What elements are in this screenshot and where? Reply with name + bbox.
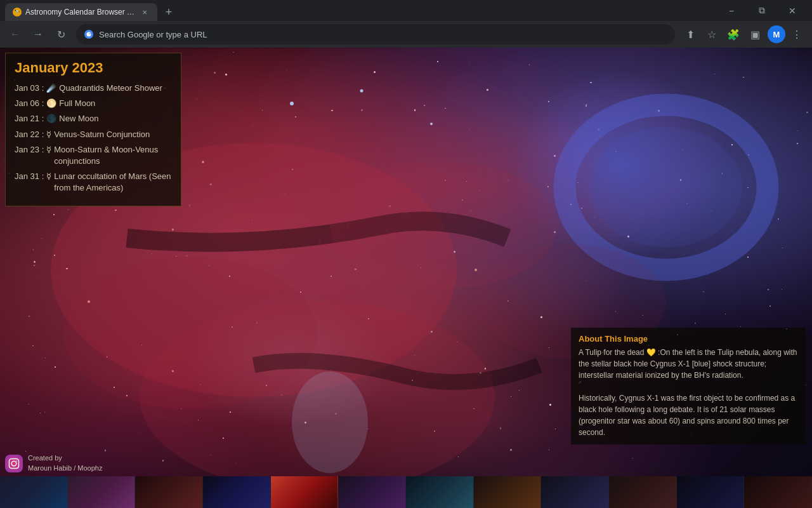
nebula-blue bbox=[509, 70, 731, 261]
close-button[interactable]: ✕ bbox=[778, 0, 807, 21]
maximize-button[interactable]: ⧉ bbox=[747, 0, 776, 21]
calendar-event-item: Jan 06 : 🌕 Full Moon bbox=[15, 98, 172, 109]
star bbox=[44, 411, 45, 412]
browser-toolbar: ← → ↻ Search Google or type a URL ⬆ ☆ 🧩 … bbox=[0, 21, 812, 48]
event-date: Jan 31 : bbox=[15, 171, 44, 182]
thumbnail-item[interactable] bbox=[541, 476, 609, 508]
thumbnail-item[interactable] bbox=[744, 476, 812, 508]
star bbox=[29, 404, 29, 404]
tab-close-button[interactable]: ✕ bbox=[140, 7, 150, 17]
bookmark-button[interactable]: ☆ bbox=[702, 24, 722, 44]
star bbox=[141, 345, 142, 345]
address-text: Search Google or type a URL bbox=[99, 30, 667, 39]
calendar-panel: January 2023 Jan 03 : ☄️ Quadrantids Met… bbox=[5, 53, 181, 206]
toolbar-icons: ⬆ ☆ 🧩 ▣ M ⋮ bbox=[680, 24, 807, 44]
star bbox=[32, 345, 34, 347]
window-controls: − ⧉ ✕ bbox=[717, 0, 807, 21]
event-date: Jan 23 : bbox=[15, 144, 44, 156]
star bbox=[519, 390, 520, 391]
star bbox=[114, 387, 115, 388]
thumbnail-item[interactable] bbox=[609, 476, 677, 508]
thumbnail-strip bbox=[0, 476, 812, 508]
thumbnail-item[interactable] bbox=[271, 476, 339, 508]
star bbox=[367, 429, 368, 429]
star bbox=[806, 385, 806, 385]
star bbox=[458, 457, 459, 457]
sidebar-button[interactable]: ▣ bbox=[745, 24, 765, 44]
calendar-events-list: Jan 03 : ☄️ Quadrantids Meteor Shower Ja… bbox=[15, 83, 172, 194]
event-icon: ☿ bbox=[46, 129, 51, 140]
new-tab-button[interactable]: + bbox=[160, 3, 178, 21]
svg-point-18 bbox=[11, 461, 16, 466]
about-desc-line2: Historically, Cygnus X-1 was the first o… bbox=[579, 394, 795, 437]
star bbox=[107, 356, 108, 358]
thumbnail-item[interactable] bbox=[474, 476, 542, 508]
star bbox=[457, 342, 457, 342]
star bbox=[500, 427, 502, 429]
event-icon: ☿ bbox=[46, 171, 51, 182]
star bbox=[55, 366, 56, 368]
refresh-button[interactable]: ↻ bbox=[51, 24, 71, 44]
nebula-cloud bbox=[162, 280, 416, 439]
star bbox=[45, 358, 46, 358]
svg-point-19 bbox=[16, 460, 17, 462]
star bbox=[549, 404, 551, 406]
thumbnail-item[interactable] bbox=[677, 476, 745, 508]
tab-area: 🔭 Astronomy Calendar Browser Ex... ✕ + bbox=[5, 0, 717, 21]
star bbox=[126, 395, 128, 396]
forward-button[interactable]: → bbox=[28, 24, 48, 44]
star bbox=[412, 380, 413, 381]
star bbox=[40, 413, 41, 413]
star bbox=[210, 455, 211, 455]
event-text: New Moon bbox=[59, 113, 98, 124]
google-icon bbox=[84, 29, 94, 39]
star bbox=[223, 438, 223, 438]
star bbox=[549, 450, 550, 451]
calendar-event-item: Jan 21 : 🌑 New Moon bbox=[15, 113, 172, 124]
thumbnail-item[interactable] bbox=[203, 476, 271, 508]
event-date: Jan 06 : bbox=[15, 98, 44, 109]
event-text: Lunar occultation of Mars (Seen from the… bbox=[54, 171, 172, 194]
star bbox=[632, 458, 633, 458]
star bbox=[25, 451, 26, 451]
event-date: Jan 03 : bbox=[15, 83, 44, 94]
tab-title: Astronomy Calendar Browser Ex... bbox=[25, 8, 136, 17]
calendar-event-item: Jan 22 : ☿ Venus-Saturn Conjunction bbox=[15, 129, 172, 140]
thumbnail-item[interactable] bbox=[135, 476, 203, 508]
tab-favicon: 🔭 bbox=[13, 8, 22, 17]
creator-label: Created by bbox=[28, 454, 62, 462]
thumbnail-item[interactable] bbox=[338, 476, 406, 508]
star bbox=[105, 450, 106, 451]
star bbox=[510, 449, 512, 451]
active-tab[interactable]: 🔭 Astronomy Calendar Browser Ex... ✕ bbox=[5, 3, 157, 21]
event-text: Moon-Saturn & Moon-Venus conjunctions bbox=[54, 144, 172, 167]
menu-button[interactable]: ⋮ bbox=[787, 24, 807, 44]
about-description: A Tulip for the dead 💛 :On the left is t… bbox=[579, 347, 798, 438]
star bbox=[141, 432, 141, 433]
event-date: Jan 22 : bbox=[15, 129, 44, 140]
calendar-event-item: Jan 31 : ☿ Lunar occultation of Mars (Se… bbox=[15, 171, 172, 194]
about-title: About This Image bbox=[579, 334, 798, 344]
creator-name: Maroun Habib / Moophz bbox=[28, 464, 102, 472]
thumbnail-item[interactable] bbox=[406, 476, 474, 508]
event-icon: 🌑 bbox=[46, 113, 56, 124]
about-panel: About This Image A Tulip for the dead 💛 … bbox=[571, 328, 806, 444]
title-bar: 🔭 Astronomy Calendar Browser Ex... ✕ + −… bbox=[0, 0, 812, 21]
calendar-event-item: Jan 23 : ☿ Moon-Saturn & Moon-Venus conj… bbox=[15, 144, 172, 167]
star bbox=[740, 326, 741, 327]
event-text: Full Moon bbox=[59, 98, 95, 109]
address-bar[interactable]: Search Google or type a URL bbox=[76, 24, 675, 44]
back-button[interactable]: ← bbox=[5, 24, 25, 44]
minimize-button[interactable]: − bbox=[717, 0, 746, 21]
share-button[interactable]: ⬆ bbox=[680, 24, 700, 44]
thumbnail-item[interactable] bbox=[68, 476, 136, 508]
extensions-button[interactable]: 🧩 bbox=[723, 24, 743, 44]
star bbox=[511, 396, 511, 397]
about-desc-line1: A Tulip for the dead 💛 :On the left is t… bbox=[579, 348, 797, 380]
star bbox=[473, 408, 475, 410]
event-text: Venus-Saturn Conjunction bbox=[54, 129, 150, 140]
browser-chrome: 🔭 Astronomy Calendar Browser Ex... ✕ + −… bbox=[0, 0, 812, 48]
thumbnail-item[interactable] bbox=[0, 476, 68, 508]
profile-button[interactable]: M bbox=[768, 25, 785, 43]
event-icon: 🌕 bbox=[46, 98, 56, 109]
